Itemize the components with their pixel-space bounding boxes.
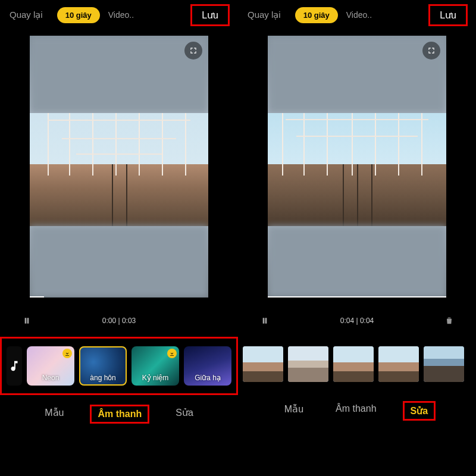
- music-card[interactable]: àng hôn: [79, 346, 127, 386]
- pause-icon[interactable]: [18, 312, 36, 330]
- download-icon: [62, 349, 72, 358]
- header: Quay lại 10 giây Video.. Lưu: [238, 0, 476, 30]
- music-card[interactable]: Giữa hạ: [184, 346, 231, 386]
- music-card[interactable]: Neon: [27, 346, 74, 386]
- progress-bar: [30, 296, 44, 298]
- clip-thumbnail[interactable]: [424, 346, 464, 382]
- left-screen: Quay lại 10 giây Video.. Lưu: [0, 0, 238, 476]
- music-card-label: Kỷ niệm: [131, 374, 179, 382]
- right-screen: Quay lại 10 giây Video.. Lưu: [238, 0, 476, 476]
- music-strip: Neonàng hônKỷ niệmGiữa hạ: [0, 337, 238, 395]
- preview-stage[interactable]: [30, 36, 208, 298]
- save-button[interactable]: Lưu: [428, 4, 468, 26]
- tab-amthanh[interactable]: Âm thanh: [90, 405, 149, 424]
- preview-stage[interactable]: [268, 36, 446, 298]
- preview-blur-top: [30, 36, 208, 113]
- music-card-label: Neon: [27, 374, 74, 382]
- music-card-label: Giữa hạ: [184, 374, 231, 382]
- playback-controls: 0:04 | 0:04: [238, 311, 476, 331]
- duration-chip[interactable]: 10 giây: [295, 7, 338, 23]
- delete-icon[interactable]: [440, 312, 458, 330]
- preview-blur-top: [268, 36, 446, 113]
- save-button[interactable]: Lưu: [190, 4, 230, 26]
- fullscreen-icon[interactable]: [422, 42, 440, 60]
- clip-strip: [238, 337, 476, 392]
- tab-mau[interactable]: Mẫu: [278, 401, 309, 421]
- preview-photo: [30, 113, 208, 226]
- video-label[interactable]: Video..: [346, 10, 372, 20]
- tab-sua[interactable]: Sửa: [403, 401, 436, 421]
- pause-icon[interactable]: [256, 312, 274, 330]
- preview-photo: [268, 113, 446, 226]
- playback-controls: 0:00 | 0:03: [0, 311, 238, 331]
- music-card-label: àng hôn: [79, 374, 127, 382]
- time-display: 0:04 | 0:04: [340, 317, 374, 325]
- video-label[interactable]: Video..: [108, 10, 134, 20]
- clip-thumbnail[interactable]: [378, 346, 419, 382]
- back-button[interactable]: Quay lại: [243, 7, 286, 23]
- time-display: 0:00 | 0:03: [102, 317, 136, 325]
- progress-bar: [268, 296, 446, 298]
- clip-thumbnail[interactable]: [333, 346, 374, 382]
- preview-blur-bottom: [30, 226, 208, 298]
- download-icon: [167, 349, 177, 358]
- bottom-tabs: Mẫu Âm thanh Sửa: [0, 405, 238, 424]
- clip-thumbnail[interactable]: [243, 346, 283, 382]
- preview-blur-bottom: [268, 226, 446, 298]
- clip-thumbnail[interactable]: [288, 346, 328, 382]
- back-button[interactable]: Quay lại: [5, 7, 48, 23]
- tab-sua[interactable]: Sửa: [170, 405, 199, 424]
- header: Quay lại 10 giây Video.. Lưu: [0, 0, 238, 30]
- fullscreen-icon[interactable]: [184, 42, 202, 60]
- bottom-tabs: Mẫu Âm thanh Sửa: [238, 401, 476, 421]
- music-card[interactable]: Kỷ niệm: [131, 346, 179, 386]
- duration-chip[interactable]: 10 giây: [57, 7, 100, 23]
- tab-mau[interactable]: Mẫu: [39, 405, 70, 424]
- music-library-button[interactable]: [7, 346, 22, 386]
- tab-amthanh[interactable]: Âm thanh: [330, 401, 382, 421]
